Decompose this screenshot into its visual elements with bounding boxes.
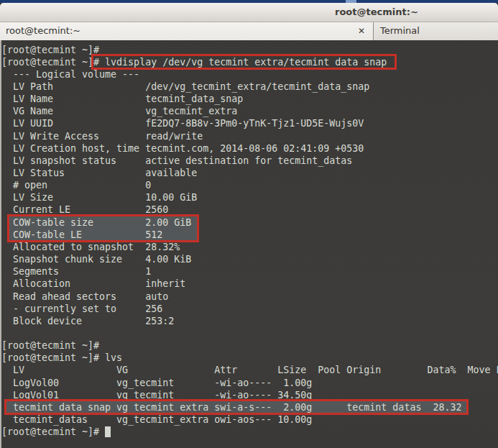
terminal-line: tecmint_datas vg_tecmint_extra owi-aos--… (1, 413, 312, 426)
close-icon[interactable]: ✕ (356, 24, 367, 37)
window-title: root@tecmint:~ (335, 6, 418, 17)
terminal-line: - currently set to 256 (1, 303, 162, 315)
terminal-line: LV Creation host, time tecmint.com, 2014… (1, 142, 364, 155)
tab-bar: root@tecmint:~ ✕ Terminal (0, 22, 498, 41)
tab-root-tecmint[interactable]: root@tecmint:~ ✕ (0, 22, 374, 40)
terminal-screen[interactable]: [root@tecmint ~]# [root@tecmint ~]# lvdi… (0, 40, 498, 448)
terminal-line: [root@tecmint ~]# lvdisplay /dev/vg_tecm… (1, 56, 387, 68)
terminal-line: [root@tecmint ~]# (1, 339, 105, 352)
terminal-line: [root@tecmint ~]# lvs (1, 352, 122, 364)
terminal-line: Block device 253:2 (1, 315, 174, 327)
terminal-line: LV Size 10.00 GiB (1, 191, 197, 204)
tab-label: root@tecmint:~ (6, 25, 80, 36)
tab-terminal[interactable]: Terminal (374, 22, 498, 40)
terminal-line: LogVol01 vg_tecmint -wi-ao---- 34.50g (1, 389, 312, 401)
terminal-cursor (105, 426, 111, 437)
tab-label: Terminal (380, 25, 420, 36)
terminal-line: LV Path /dev/vg_tecmint_extra/tecmint_da… (1, 81, 369, 93)
terminal-line: COW-table size 2.00 GiB (1, 216, 191, 229)
terminal-line: [root@tecmint ~]# (1, 426, 105, 438)
terminal-line: LV snapshot status active destination fo… (1, 155, 352, 167)
terminal-line: LV UUID fE2DQ7-8B8v-3Pm0-yTnK-Tjz1-UD5E-… (1, 117, 364, 129)
terminal-line: [root@tecmint ~]# (1, 44, 105, 56)
terminal-line: Allocation inherit (1, 278, 185, 290)
terminal-line: tecmint_data_snap vg_tecmint_extra swi-a… (1, 401, 461, 413)
terminal-line: LogVol00 vg_tecmint -wi-ao---- 1.00g (1, 377, 312, 389)
terminal-line: LV VG Attr LSize Pool Origin Data% Move … (1, 364, 498, 376)
terminal-line: LV Name tecmint_data_snap (1, 93, 243, 105)
terminal-line: VG Name vg_tecmint_extra (1, 105, 237, 117)
terminal-line: Allocated to snapshot 28.32% (1, 241, 180, 253)
terminal-line: COW-table LE 512 (1, 229, 162, 241)
terminal-line: Current LE 2560 (1, 204, 168, 216)
terminal-line: LV Write Access read/write (1, 130, 203, 142)
terminal-line: # open 0 (1, 179, 151, 191)
terminal-line: --- Logical volume --- (1, 68, 139, 81)
terminal-line: Segments 1 (1, 265, 151, 278)
terminal-line: Read ahead sectors auto (1, 291, 168, 303)
terminal-window: root@tecmint:~ root@tecmint:~ ✕ Terminal… (0, 0, 498, 448)
terminal-line: Snapshot chunk size 4.00 KiB (1, 253, 191, 265)
window-titlebar[interactable]: root@tecmint:~ (0, 3, 498, 22)
terminal-line: LV Status available (1, 167, 197, 179)
